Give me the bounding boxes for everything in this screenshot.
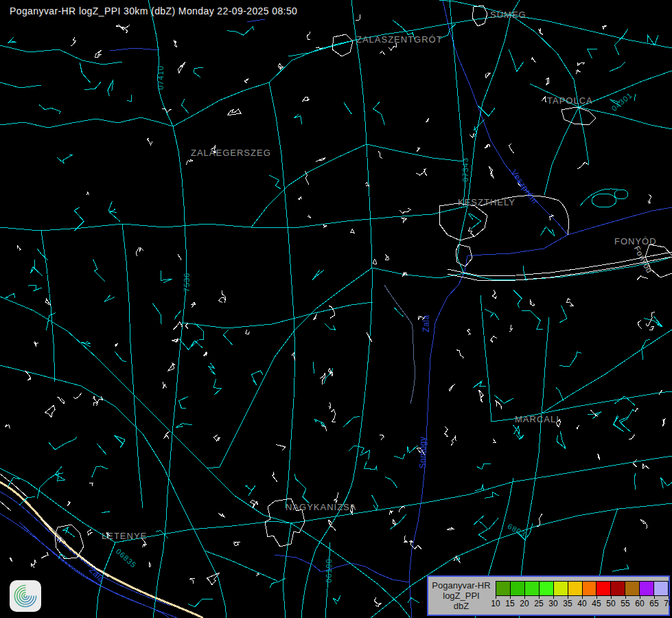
legend-color-cell [653,581,669,596]
letenye-outline [55,525,84,559]
city-label-zalaegerszeg: ZALAEGERSZEG [191,148,271,158]
legend-color-cell [639,581,654,596]
river-layer [0,0,672,618]
legend-color-cell [553,581,568,596]
settlement-layer [0,5,672,577]
county-label-somogy: Somogy [418,436,428,468]
product-title: Poganyvar-HR logZ_PPI 30km (dbZ) Monday … [10,5,297,16]
river-label-zala: Zala [421,314,431,332]
legend-tick-label: 40 [575,599,590,608]
city-label-nagykanizsa: NAGYKANIZSA [286,502,356,512]
road-label-06190: 06190 [325,558,333,583]
legend-color-cell [610,581,625,596]
legend-scale: 10152025303540455055606570 [494,577,669,615]
legend-color-cell [596,581,611,596]
lake-north-boundary [568,207,672,235]
road-7536 [153,126,187,618]
legend-color-cell [510,581,525,596]
city-label-letenye: LETENYE [102,531,147,541]
city-label-zalaszentgrot: ZALASZENTGRÓT [356,34,443,45]
city-label-marcali: MARCALI [515,414,559,424]
legend-tick-label: 70 [661,599,672,608]
legend-tick-label: 65 [647,599,662,608]
city-label-fonyod: FONYÓD [614,236,657,247]
legend-tick-label: 25 [531,599,546,608]
city-label-sumeg: SÜMEG [490,10,526,20]
legend-tick-label: 35 [560,599,575,608]
legend-ticks: 10152025303540455055606570 [496,596,669,608]
legend-color-cell [568,581,583,596]
zala-river-mouth [465,235,568,271]
stream-topleft [110,48,159,51]
legend-tick-label: 30 [546,599,561,608]
principalis-canal [275,555,409,582]
sumeg-outline [472,5,487,26]
road-68 [519,317,549,618]
radar-display: Poganyvar-HR logZ_PPI 30km (dbZ) Monday … [0,0,672,618]
road-label-07410: 07410 [157,65,165,90]
legend-tick-label: 15 [502,599,518,608]
legend-color-cell [539,581,554,596]
legend-radar-name: Poganyvar-HR [432,580,490,591]
legend-tick-label: 60 [632,599,647,608]
stream-topcenter [247,19,265,22]
legend-color-cells [496,581,669,596]
legend-color-cell [524,581,540,596]
map-canvas [0,0,672,618]
legend-tick-label: 45 [589,599,604,608]
road-layer [0,0,672,618]
city-label-keszthely: KESZTHELY [458,197,515,207]
legend-color-cell [582,581,597,596]
legend-tick-label: 55 [618,599,633,608]
legend-color-cell [496,581,511,596]
city-label-tapolca: TAPOLCA [547,95,593,106]
radar-spiral-icon [10,580,41,612]
color-scale-legend: Poganyvar-HR logZ_PPI dbZ 10152025303540… [427,575,670,616]
heviz-loop [592,194,616,207]
road-74 [301,40,372,618]
legend-text: Poganyvar-HR logZ_PPI dbZ [428,577,494,615]
legend-color-cell [625,581,640,596]
legend-tick-label: 50 [603,599,618,608]
minor-stream [384,285,415,404]
legend-product: logZ_PPI [443,591,479,601]
road-label-07343: 07343 [461,157,470,182]
legend-tick-label: 20 [517,599,532,608]
road-label-7536: 7536 [183,273,191,292]
legend-unit: dbZ [454,601,469,611]
legend-tick-label: 10 [488,599,503,608]
